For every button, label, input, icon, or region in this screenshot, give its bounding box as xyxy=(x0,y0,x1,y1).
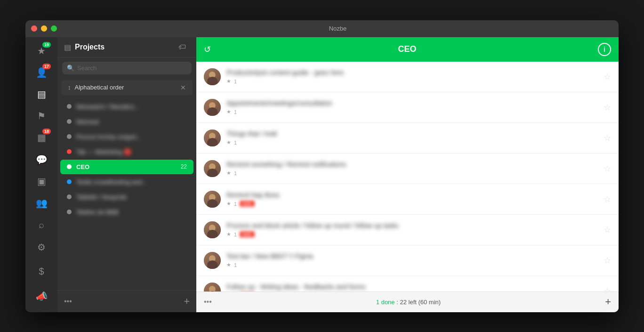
sidebar-item-team[interactable]: 👥 xyxy=(31,193,52,213)
task-info: Remind something / Remind notifications … xyxy=(226,161,600,176)
task-num: 1 xyxy=(234,109,237,115)
footer-more-button[interactable]: ••• xyxy=(204,298,212,306)
task-row[interactable]: Appointments/meetings/consultation ★ 1 ☆ xyxy=(196,92,619,123)
star-small-icon: ★ xyxy=(226,78,231,84)
task-star-button[interactable]: ☆ xyxy=(604,194,611,204)
main-footer: ••• 1 done : 22 left (60 min) + xyxy=(196,292,619,312)
task-info: Remind Nap Boss ★ 1 todo xyxy=(226,191,600,207)
window-title: Nozbe xyxy=(63,25,613,32)
sort-close-button[interactable]: ✕ xyxy=(180,84,186,91)
sidebar-item-priority[interactable]: ★ 19 xyxy=(31,41,52,61)
sort-label: Alphabetical order xyxy=(75,84,181,91)
sidebar-item-chat[interactable]: 💬 xyxy=(31,150,52,170)
star-small-icon: ★ xyxy=(226,201,231,207)
list-item[interactable]: Poczuć trochę czegoś... xyxy=(60,130,193,144)
list-item[interactable]: Telefon do BBB xyxy=(60,205,193,219)
task-row[interactable]: Test bar / New BBST !! Figma ★ 1 ☆ xyxy=(196,245,619,276)
info-button[interactable]: i xyxy=(598,43,611,56)
star-small-icon: ★ xyxy=(226,109,231,115)
projects-footer: ••• + xyxy=(57,290,196,312)
project-name: Nieuważni / Niezalicz... xyxy=(76,103,185,110)
add-task-button[interactable]: + xyxy=(605,296,611,308)
calendar-badge: 18 xyxy=(42,129,51,134)
task-title: Remind Nap Boss xyxy=(226,191,600,199)
sidebar-item-inbox[interactable]: 👤 17 xyxy=(31,63,52,82)
project-dot xyxy=(67,149,72,154)
task-meta: ★ 1 xyxy=(226,170,600,176)
avatar xyxy=(204,283,221,292)
star-small-icon: ★ xyxy=(226,170,231,176)
task-list: Productivityist content guide - goes her… xyxy=(196,62,619,292)
project-name-ceo: CEO xyxy=(76,163,179,170)
search-nav-icon: ⌕ xyxy=(39,219,44,230)
sidebar-item-billing[interactable]: $ xyxy=(31,261,52,282)
task-star-button[interactable]: ☆ xyxy=(604,133,611,143)
task-info: Appointments/meetings/consultation ★ 1 xyxy=(226,99,600,115)
sidebar-item-announcements[interactable]: 📣 xyxy=(31,286,52,307)
projects-sidebar: ▤ Projects 🏷 🔍 ↕ Alphabetical order ✕ Ni… xyxy=(57,37,196,312)
done-count: 1 done xyxy=(376,299,395,306)
sidebar-item-briefcase[interactable]: ▣ xyxy=(31,171,52,191)
projects-header-icon[interactable]: ▤ xyxy=(64,43,71,52)
sidebar-item-calendar[interactable]: ▦ 18 xyxy=(31,128,52,147)
sidebar-item-settings[interactable]: ⚙ xyxy=(31,237,52,258)
footer-status: 1 done : 22 left (60 min) xyxy=(376,299,441,306)
list-item[interactable]: Nieuważni / Niezalicz... xyxy=(60,99,193,114)
megaphone-icon: 📣 xyxy=(36,291,48,302)
task-info: Process and block article / follow up ro… xyxy=(226,222,600,237)
maximize-button[interactable] xyxy=(51,25,57,32)
task-star-button[interactable]: ☆ xyxy=(604,225,611,235)
add-project-button[interactable]: + xyxy=(184,295,190,308)
task-meta: ★ 1 xyxy=(226,262,600,268)
project-name: Testls crowdfunding and... xyxy=(76,178,185,186)
task-star-button[interactable]: ☆ xyxy=(604,286,611,292)
titlebar: Nozbe xyxy=(25,20,619,37)
project-dot xyxy=(67,134,72,139)
list-item[interactable]: Tak — Marketing 🔴 xyxy=(60,145,193,159)
icon-sidebar-bottom: ⚙ $ 📣 xyxy=(31,237,52,312)
task-num: 1 xyxy=(234,170,237,176)
task-info: Test bar / New BBST !! Figma ★ 1 xyxy=(226,252,600,268)
search-bar[interactable]: 🔍 xyxy=(62,62,192,74)
project-dot xyxy=(67,119,72,124)
list-item[interactable]: Niezreal xyxy=(60,114,193,129)
task-row[interactable]: Follow up - Writing ideas - feedbacks an… xyxy=(196,276,619,292)
sidebar-item-flags[interactable]: ⚑ xyxy=(31,106,52,126)
minimize-button[interactable] xyxy=(41,25,47,32)
task-star-button[interactable]: ☆ xyxy=(604,72,611,82)
task-num: 1 xyxy=(234,140,237,146)
sidebar-item-search[interactable]: ⌕ xyxy=(31,215,52,235)
list-item[interactable]: Testls crowdfunding and... xyxy=(60,175,193,189)
project-count-ceo: 22 xyxy=(181,163,187,170)
projects-title: Projects xyxy=(75,43,178,51)
task-row[interactable]: Remind something / Remind notifications … xyxy=(196,154,619,184)
sidebar-item-projects[interactable]: ▤ xyxy=(31,84,52,104)
task-row[interactable]: Process and block article / follow up ro… xyxy=(196,215,619,245)
priority-badge: 19 xyxy=(42,42,51,48)
task-info: Follow up - Writing ideas - feedbacks an… xyxy=(226,283,600,292)
list-item[interactable]: Tabletki / Nusprobi xyxy=(60,190,193,204)
tag-icon[interactable]: 🏷 xyxy=(178,43,186,51)
task-star-button[interactable]: ☆ xyxy=(604,163,611,174)
avatar xyxy=(204,252,221,269)
project-dot xyxy=(67,179,72,184)
avatar xyxy=(204,160,221,177)
list-item-ceo[interactable]: CEO 22 xyxy=(60,160,193,174)
task-row[interactable]: Productivityist content guide - goes her… xyxy=(196,62,619,92)
task-num: 1 xyxy=(234,262,237,268)
icon-sidebar: ★ 19 👤 17 ▤ ⚑ ▦ 18 💬 ▣ xyxy=(25,37,57,312)
sort-bar: ↕ Alphabetical order ✕ xyxy=(61,80,193,95)
project-name: Telefon do BBB xyxy=(76,209,185,216)
star-small-icon: ★ xyxy=(226,262,231,268)
app-body: ★ 19 👤 17 ▤ ⚑ ▦ 18 💬 ▣ xyxy=(25,37,619,312)
task-star-button[interactable]: ☆ xyxy=(604,255,611,266)
task-row[interactable]: Remind Nap Boss ★ 1 todo ☆ xyxy=(196,184,619,215)
more-options-button[interactable]: ••• xyxy=(64,297,184,306)
sync-icon[interactable]: ↺ xyxy=(204,44,211,55)
avatar xyxy=(204,191,221,208)
task-row[interactable]: Things that I hold ★ 1 ☆ xyxy=(196,123,619,154)
traffic-lights xyxy=(31,25,57,32)
close-button[interactable] xyxy=(31,25,37,32)
task-star-button[interactable]: ☆ xyxy=(604,102,611,113)
search-input[interactable] xyxy=(77,65,187,72)
